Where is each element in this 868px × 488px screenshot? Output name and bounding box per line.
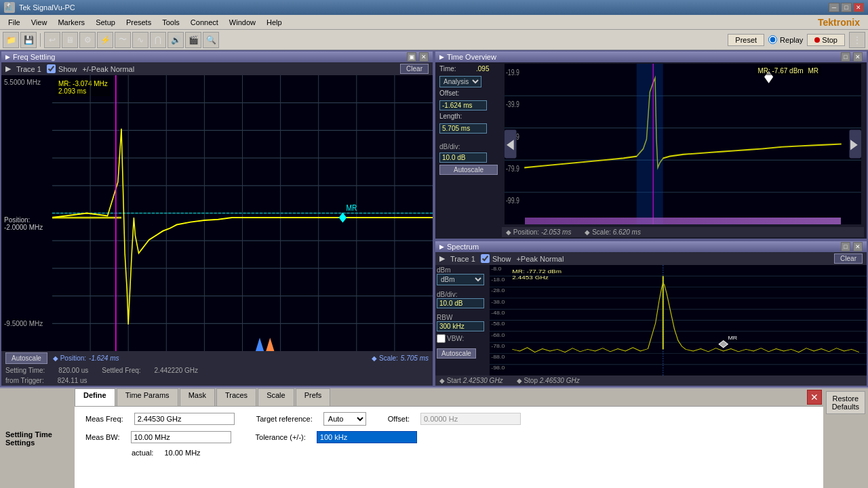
svg-marker-23 xyxy=(256,338,264,351)
maximize-button[interactable]: □ xyxy=(841,3,852,12)
trace-bar: ▶ Trace 1 Show +/-Peak Normal Clear xyxy=(1,62,433,75)
rbw-input[interactable] xyxy=(437,321,484,331)
actual-val: 10.00 MHz xyxy=(164,449,200,457)
settings-close-button[interactable]: ✕ xyxy=(807,390,822,405)
preset-button[interactable]: Preset xyxy=(728,34,764,46)
replay-radio[interactable] xyxy=(768,35,777,44)
menu-view[interactable]: View xyxy=(26,17,53,28)
show-checkbox[interactable] xyxy=(47,64,56,73)
audio-button[interactable]: 🔊 xyxy=(167,32,184,48)
length-input[interactable] xyxy=(439,123,487,134)
spectrum-trace-bar: ▶ Trace 1 Show +Peak Normal Clear xyxy=(435,252,867,265)
meas-freq-label: Meas Freq: xyxy=(85,415,123,423)
bottom-area: Settling Time Settings Define Time Param… xyxy=(0,387,868,488)
menu-markers[interactable]: Markers xyxy=(52,17,90,28)
redo-button[interactable]: 🖥 xyxy=(62,32,78,48)
minimize-button[interactable]: ─ xyxy=(829,3,840,12)
analysis-select[interactable]: Analysis xyxy=(439,76,481,87)
clear-button[interactable]: Clear xyxy=(400,64,429,74)
freq-panel-close[interactable]: ▣ xyxy=(407,52,416,62)
spectrum-panel-expand[interactable]: □ xyxy=(841,242,850,251)
autoscale-button[interactable]: Autoscale xyxy=(5,352,47,364)
spectrum-controls-inner: dBm dBm dB/div: RBW xyxy=(435,265,490,360)
tab-scale[interactable]: Scale xyxy=(258,388,294,406)
trace-dropdown-icon: ▶ xyxy=(5,64,11,73)
fft-button[interactable]: ⋂ xyxy=(150,32,166,48)
save-button[interactable]: 💾 xyxy=(20,32,37,48)
menu-tools[interactable]: Tools xyxy=(157,17,185,28)
trigger-button[interactable]: ⚡ xyxy=(97,32,113,48)
menu-presets[interactable]: Presets xyxy=(121,17,157,28)
tolerance-input[interactable] xyxy=(317,431,417,443)
menu-help[interactable]: Help xyxy=(261,17,288,28)
meas-freq-input[interactable] xyxy=(134,413,235,425)
restore-defaults-button[interactable]: Restore Defaults xyxy=(826,391,865,414)
settled-freq-val: 2.442220 GHz xyxy=(155,367,199,374)
tab-define[interactable]: Define xyxy=(75,388,115,406)
freq-panel-title[interactable]: ▶ Freq Settling ▣ ✕ xyxy=(1,52,433,62)
undo-button[interactable]: ↩ xyxy=(44,32,60,48)
vbw-label[interactable]: VBW: xyxy=(437,334,488,343)
time-panel-title[interactable]: ▶ Time Overview □ ✕ xyxy=(435,52,867,62)
tab-traces[interactable]: Traces xyxy=(216,388,256,406)
more-options-button[interactable]: ⋮ xyxy=(849,32,865,48)
spectrum-dbdiv-input[interactable] xyxy=(437,298,484,308)
dbdiv-label: dB/div: xyxy=(439,143,498,150)
spectrum-show-label[interactable]: Show xyxy=(481,254,511,263)
time-panel-icon: ▶ xyxy=(439,54,444,60)
menu-setup[interactable]: Setup xyxy=(90,17,121,28)
vbw-checkbox[interactable] xyxy=(437,334,446,343)
meas-bw-input[interactable] xyxy=(131,431,231,443)
menu-file[interactable]: File xyxy=(3,17,26,28)
time-marker-info: MR: -7.67 dBm MR xyxy=(755,66,821,75)
spectrum-panel-close[interactable]: ✕ xyxy=(853,242,863,251)
tab-prefs[interactable]: Prefs xyxy=(296,388,331,406)
analysis-dropdown[interactable]: Analysis xyxy=(439,76,498,87)
probe-button[interactable]: 🔍 xyxy=(203,32,219,48)
spectrum-panel-title[interactable]: ▶ Spectrum □ ✕ xyxy=(435,241,867,252)
app-icon: 🔬 xyxy=(4,2,15,13)
freq-chart-area: 5.5000 MHz Position: -2.0000 MHz -9.5000… xyxy=(1,75,433,351)
spectrum-autoscale-button[interactable]: Autoscale xyxy=(437,348,476,359)
show-checkbox-label[interactable]: Show xyxy=(47,64,77,73)
svg-marker-61 xyxy=(719,341,728,348)
offset-field-row: Offset: xyxy=(439,89,498,97)
target-ref-select[interactable]: Auto Manual xyxy=(323,412,366,426)
tab-define-content: Meas Freq: Target reference: Auto Manual… xyxy=(75,407,823,488)
dbdiv-input[interactable] xyxy=(439,152,487,163)
menu-window[interactable]: Window xyxy=(224,17,261,28)
tab-mask[interactable]: Mask xyxy=(180,388,215,406)
svg-marker-24 xyxy=(266,338,274,351)
window-controls: ─ □ ✕ xyxy=(829,3,864,12)
time-chart-svg: -19.9 -39.9 -59.9 -79.9 -99.9 xyxy=(505,64,861,224)
settings-panel-header: Settling Time Settings Define Time Param… xyxy=(0,387,868,488)
spectrum-clear-button[interactable]: Clear xyxy=(834,253,863,264)
menu-bar: File View Markers Setup Presets Tools Co… xyxy=(0,15,868,30)
spectrum-show-checkbox[interactable] xyxy=(481,254,490,263)
settings-button[interactable]: ⚙ xyxy=(79,32,96,48)
time-panel-expand[interactable]: □ xyxy=(841,52,850,62)
svg-text:-38.0: -38.0 xyxy=(491,300,505,305)
time-autoscale-button[interactable]: Autoscale xyxy=(439,165,498,175)
toolbar: 📁 💾 ↩ 🖥 ⚙ ⚡ 〜 ∿ ⋂ 🔊 🎬 🔍 Preset Replay St… xyxy=(0,30,868,50)
dbm-select[interactable]: dBm xyxy=(437,274,484,285)
video-button[interactable]: 🎬 xyxy=(185,32,201,48)
freq-panel-min[interactable]: ✕ xyxy=(419,52,429,62)
open-button[interactable]: 📁 xyxy=(3,32,19,48)
spectrum-trace-icon: ▶ xyxy=(439,254,445,263)
offset-input[interactable] xyxy=(439,100,487,110)
dbm-label: dBm xyxy=(437,266,488,274)
close-button[interactable]: ✕ xyxy=(853,3,864,12)
spectrum-button[interactable]: 〜 xyxy=(115,32,131,48)
freq-settings-bar: Setting Time: 820.00 us Settled Freq: 2.… xyxy=(1,365,433,375)
brand-logo: Tektronix xyxy=(818,17,865,28)
trigger-label: from Trigger: xyxy=(5,377,44,384)
stop-button[interactable]: Stop xyxy=(807,34,845,46)
setting-time-val: 820.00 us xyxy=(58,367,88,374)
tab-time-params[interactable]: Time Params xyxy=(117,388,178,406)
time-panel-close[interactable]: ✕ xyxy=(853,52,863,62)
position-group: Position: -2.0000 MHz xyxy=(4,216,50,231)
svg-text:-79.9: -79.9 xyxy=(506,163,519,173)
menu-connect[interactable]: Connect xyxy=(185,17,224,28)
waveform-button[interactable]: ∿ xyxy=(132,32,149,48)
